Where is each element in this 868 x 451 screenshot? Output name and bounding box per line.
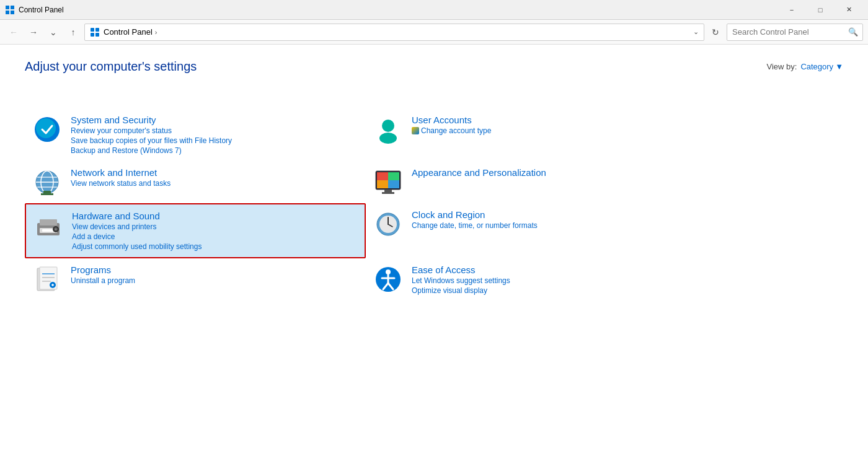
categories-grid: System and Security Review your computer… bbox=[25, 108, 707, 301]
svg-rect-24 bbox=[377, 180, 388, 188]
svg-rect-3 bbox=[11, 11, 14, 14]
svg-point-10 bbox=[382, 120, 394, 132]
hardware-sound-title[interactable]: Hardware and Sound bbox=[72, 211, 202, 221]
user-accounts-content: User Accounts Change account type bbox=[412, 115, 491, 135]
system-security-icon bbox=[32, 115, 62, 144]
programs-icon bbox=[32, 265, 62, 294]
address-arrow: › bbox=[155, 28, 157, 36]
clock-region-content: Clock and Region Change date, time, or n… bbox=[412, 209, 538, 230]
svg-rect-22 bbox=[377, 172, 388, 180]
appearance-title[interactable]: Appearance and Personalization bbox=[412, 167, 546, 178]
category-user-accounts[interactable]: User Accounts Change account type bbox=[366, 108, 707, 161]
window-title: Control Panel bbox=[19, 6, 777, 14]
hardware-sound-content: Hardware and Sound View devices and prin… bbox=[72, 211, 202, 251]
svg-rect-6 bbox=[91, 33, 94, 37]
hardware-sound-link-3[interactable]: Adjust commonly used mobility settings bbox=[72, 242, 202, 251]
search-wrapper: 🔍 bbox=[727, 24, 863, 41]
programs-title[interactable]: Programs bbox=[71, 265, 135, 275]
svg-rect-41 bbox=[42, 273, 55, 274]
ease-of-access-content: Ease of Access Let Windows suggest setti… bbox=[412, 265, 510, 295]
main-content: Adjust your computer's settings View by:… bbox=[0, 45, 868, 451]
programs-link-1[interactable]: Uninstall a program bbox=[71, 276, 135, 285]
svg-point-11 bbox=[379, 133, 397, 144]
svg-rect-25 bbox=[388, 180, 399, 188]
svg-rect-19 bbox=[41, 193, 53, 195]
svg-rect-7 bbox=[95, 33, 99, 37]
svg-rect-12 bbox=[412, 127, 419, 134]
maximize-button[interactable]: □ bbox=[806, 0, 835, 20]
address-cp-icon bbox=[90, 27, 100, 37]
page-title: Adjust your computer's settings bbox=[25, 59, 197, 74]
svg-rect-27 bbox=[382, 192, 394, 194]
category-appearance[interactable]: Appearance and Personalization bbox=[366, 161, 707, 203]
system-security-content: System and Security Review your computer… bbox=[71, 115, 232, 155]
address-dropdown-icon[interactable]: ⌄ bbox=[693, 28, 699, 36]
svg-point-9 bbox=[36, 118, 56, 138]
network-internet-icon bbox=[32, 167, 62, 197]
svg-rect-29 bbox=[40, 219, 57, 226]
svg-rect-26 bbox=[384, 190, 392, 192]
category-system-security[interactable]: System and Security Review your computer… bbox=[25, 108, 366, 161]
search-icon: 🔍 bbox=[848, 27, 858, 37]
up-button[interactable]: ↑ bbox=[64, 24, 82, 41]
refresh-button[interactable]: ↻ bbox=[707, 24, 724, 41]
viewby-label: View by: bbox=[766, 62, 797, 71]
svg-rect-1 bbox=[11, 6, 14, 9]
recent-dropdown-button[interactable]: ⌄ bbox=[45, 24, 62, 41]
category-ease-of-access[interactable]: Ease of Access Let Windows suggest setti… bbox=[366, 258, 707, 301]
category-clock-region[interactable]: Clock and Region Change date, time, or n… bbox=[366, 203, 707, 258]
hardware-sound-icon bbox=[33, 211, 63, 240]
back-button[interactable]: ← bbox=[5, 24, 22, 41]
user-accounts-title[interactable]: User Accounts bbox=[412, 115, 491, 125]
close-button[interactable]: ✕ bbox=[835, 0, 863, 20]
titlebar: Control Panel − □ ✕ bbox=[0, 0, 868, 20]
svg-rect-43 bbox=[42, 281, 51, 282]
svg-rect-0 bbox=[6, 6, 9, 9]
svg-rect-23 bbox=[388, 172, 399, 180]
ease-of-access-link-2[interactable]: Optimize visual display bbox=[412, 286, 510, 295]
network-internet-title[interactable]: Network and Internet bbox=[71, 167, 170, 178]
shield-color-icon bbox=[412, 127, 419, 134]
hardware-sound-link-2[interactable]: Add a device bbox=[72, 232, 202, 241]
app-icon bbox=[5, 5, 15, 15]
system-security-link-1[interactable]: Review your computer's status bbox=[71, 126, 232, 135]
clock-region-icon bbox=[373, 209, 403, 239]
category-network-internet[interactable]: Network and Internet View network status… bbox=[25, 161, 366, 203]
forward-button[interactable]: → bbox=[25, 24, 42, 41]
address-path: Control Panel › bbox=[104, 27, 689, 37]
svg-rect-2 bbox=[6, 11, 9, 14]
user-accounts-link-1[interactable]: Change account type bbox=[412, 126, 491, 135]
viewby-chevron-icon: ▼ bbox=[835, 62, 843, 71]
system-security-link-3[interactable]: Backup and Restore (Windows 7) bbox=[71, 146, 232, 155]
ease-of-access-title[interactable]: Ease of Access bbox=[412, 265, 510, 275]
hardware-sound-link-1[interactable]: View devices and printers bbox=[72, 222, 202, 231]
category-hardware-sound[interactable]: Hardware and Sound View devices and prin… bbox=[25, 203, 366, 258]
clock-region-title[interactable]: Clock and Region bbox=[412, 209, 538, 220]
user-accounts-icon bbox=[373, 115, 403, 144]
svg-rect-5 bbox=[95, 28, 99, 32]
window-controls: − □ ✕ bbox=[777, 0, 863, 20]
svg-rect-31 bbox=[42, 229, 55, 232]
content-header: Adjust your computer's settings View by:… bbox=[25, 59, 843, 91]
svg-rect-4 bbox=[91, 28, 94, 32]
network-internet-content: Network and Internet View network status… bbox=[71, 167, 170, 188]
address-box[interactable]: Control Panel › ⌄ bbox=[84, 24, 704, 41]
clock-region-link-1[interactable]: Change date, time, or number formats bbox=[412, 221, 538, 230]
programs-content: Programs Uninstall a program bbox=[71, 265, 135, 285]
system-security-link-2[interactable]: Save backup copies of your files with Fi… bbox=[71, 136, 232, 145]
category-programs[interactable]: Programs Uninstall a program bbox=[25, 258, 366, 301]
addressbar: ← → ⌄ ↑ Control Panel › ⌄ ↻ 🔍 bbox=[0, 20, 868, 45]
appearance-content: Appearance and Personalization bbox=[412, 167, 546, 178]
network-internet-link-1[interactable]: View network status and tasks bbox=[71, 179, 170, 188]
search-input[interactable] bbox=[727, 24, 863, 41]
viewby-value[interactable]: Category ▼ bbox=[800, 62, 843, 71]
svg-rect-42 bbox=[42, 277, 55, 278]
address-path-label: Control Panel bbox=[104, 27, 153, 37]
appearance-icon bbox=[373, 167, 403, 197]
ease-of-access-link-1[interactable]: Let Windows suggest settings bbox=[412, 276, 510, 285]
svg-point-34 bbox=[55, 229, 57, 230]
ease-of-access-icon bbox=[373, 265, 403, 294]
system-security-title[interactable]: System and Security bbox=[71, 115, 232, 125]
minimize-button[interactable]: − bbox=[777, 0, 806, 20]
